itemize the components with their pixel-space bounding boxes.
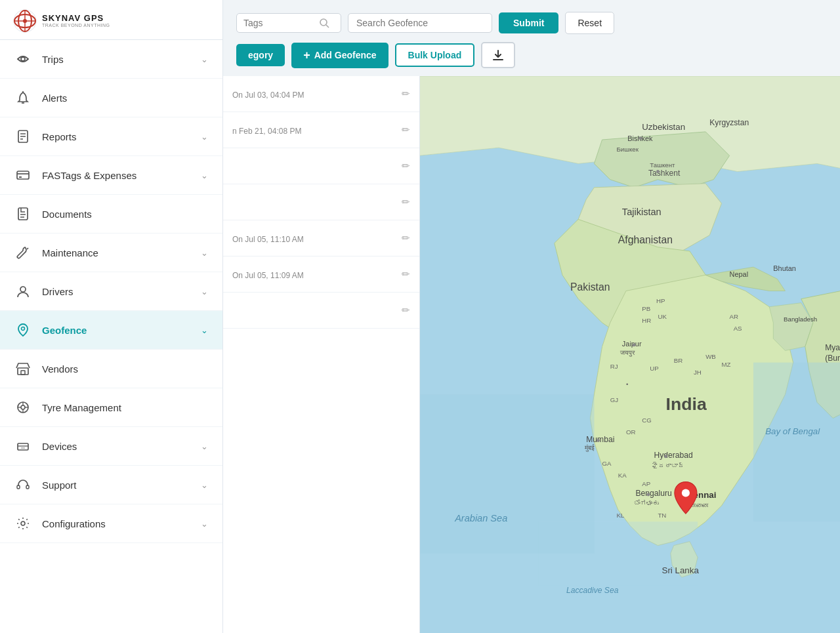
table-row[interactable]: ✏ [223, 148, 419, 184]
svg-rect-13 [17, 171, 29, 179]
fastags-chevron: ⌄ [201, 171, 208, 180]
svg-text:RJ: RJ [610, 363, 618, 370]
devices-icon [14, 438, 32, 455]
svg-point-20 [20, 287, 26, 292]
sidebar-item-reports[interactable]: Reports ⌄ [0, 117, 222, 156]
sidebar-item-tyre[interactable]: Tyre Management [0, 388, 222, 427]
geofence-search-container[interactable] [348, 13, 492, 33]
download-button[interactable] [481, 42, 515, 68]
documents-label: Documents [42, 209, 208, 220]
trips-label: Trips [42, 54, 190, 65]
support-label: Support [42, 480, 190, 491]
reset-button[interactable]: Reset [565, 12, 614, 34]
drivers-label: Drivers [42, 286, 190, 297]
svg-text:GA: GA [602, 460, 612, 467]
edit-icon-3[interactable]: ✏ [402, 160, 410, 172]
table-row[interactable]: n Feb 21, 04:08 PM ✏ [223, 112, 419, 148]
edit-icon-2[interactable]: ✏ [402, 124, 410, 136]
logo-area: SKYNAV GPS TRACK BEYOND ANYTHING [0, 0, 222, 40]
svg-point-35 [21, 521, 25, 525]
svg-point-64 [633, 344, 636, 347]
category-button[interactable]: egory [236, 44, 285, 66]
bulk-upload-button[interactable]: Bulk Upload [395, 43, 475, 67]
add-geofence-button[interactable]: + Add Geofence [291, 43, 388, 68]
maintenance-chevron: ⌄ [201, 248, 208, 258]
svg-line-37 [326, 25, 329, 28]
logo: SKYNAV GPS TRACK BEYOND ANYTHING [13, 9, 110, 33]
edit-icon-1[interactable]: ✏ [402, 88, 410, 100]
row-info-5: On Jul 05, 11:10 AM [232, 233, 304, 244]
svg-text:India: India [666, 394, 707, 414]
sidebar-item-support[interactable]: Support ⌄ [0, 466, 222, 504]
svg-text:Arabian Sea: Arabian Sea [454, 513, 507, 523]
svg-text:Hyderabad: Hyderabad [654, 451, 692, 460]
vendors-icon [14, 360, 32, 377]
map-panel[interactable]: Uzbekistan Kyrgyzstan Бишкек Bishkek Tas… [420, 76, 840, 633]
svg-text:(Burma): (Burma) [825, 354, 840, 363]
tags-input[interactable] [243, 18, 316, 28]
sidebar-item-maintenance[interactable]: Maintenance ⌄ [0, 234, 222, 272]
tags-search-container[interactable] [236, 13, 341, 33]
sidebar-item-alerts[interactable]: Alerts [0, 79, 222, 117]
sidebar-item-trips[interactable]: Trips ⌄ [0, 40, 222, 79]
download-icon [492, 49, 505, 62]
edit-icon-5[interactable]: ✏ [402, 232, 410, 244]
svg-text:Bangladesh: Bangladesh [784, 316, 817, 323]
svg-rect-32 [21, 447, 25, 449]
svg-text:AS: AS [734, 325, 742, 332]
table-row[interactable]: ✏ [223, 184, 419, 220]
logo-text: SKYNAV GPS TRACK BEYOND ANYTHING [42, 14, 110, 28]
table-row[interactable]: On Jul 03, 04:04 PM ✏ [223, 76, 419, 112]
svg-text:Bhutan: Bhutan [773, 264, 796, 272]
sidebar-item-drivers[interactable]: Drivers ⌄ [0, 272, 222, 311]
svg-text:GJ: GJ [610, 396, 619, 403]
geofence-chevron: ⌄ [201, 325, 208, 335]
alerts-label: Alerts [42, 92, 208, 104]
sidebar-item-configurations[interactable]: Configurations ⌄ [0, 504, 222, 543]
svg-text:जयपुर: जयपुर [620, 349, 635, 357]
svg-rect-30 [18, 443, 28, 450]
svg-point-50 [656, 170, 660, 173]
table-row[interactable]: ✏ [223, 293, 419, 329]
sidebar-item-vendors[interactable]: Vendors [0, 350, 222, 388]
geofence-search-input[interactable] [356, 18, 484, 28]
map-container[interactable]: Uzbekistan Kyrgyzstan Бишкек Bishkek Tas… [420, 76, 840, 633]
svg-line-19 [27, 248, 28, 249]
svg-rect-23 [21, 371, 25, 375]
svg-text:KL: KL [616, 512, 624, 519]
edit-icon-4[interactable]: ✏ [402, 196, 410, 208]
tyre-icon [14, 399, 32, 416]
svg-point-36 [320, 19, 327, 26]
svg-rect-15 [19, 176, 22, 178]
tyre-label: Tyre Management [42, 402, 208, 413]
svg-text:హైదరాబాద్: హైదరాబాద్ [652, 462, 684, 469]
svg-point-76 [682, 489, 690, 497]
table-row[interactable]: On Jul 05, 11:10 AM ✏ [223, 220, 419, 256]
edit-icon-7[interactable]: ✏ [402, 304, 410, 316]
trips-chevron: ⌄ [201, 54, 208, 64]
svg-point-6 [21, 57, 25, 61]
sidebar-item-fastags[interactable]: FASTags & Expenses ⌄ [0, 156, 222, 195]
main-content: Submit Reset egory + Add Geofence Bulk U… [223, 0, 840, 633]
edit-icon-6[interactable]: ✏ [402, 268, 410, 280]
sidebar-item-devices[interactable]: Devices ⌄ [0, 427, 222, 466]
sidebar-item-documents[interactable]: Documents [0, 195, 222, 234]
configurations-chevron: ⌄ [201, 519, 208, 529]
maintenance-icon [14, 244, 32, 261]
svg-text:UK: UK [658, 313, 667, 320]
svg-text:WB: WB [705, 353, 716, 360]
add-icon: + [303, 49, 310, 62]
svg-text:PB: PB [642, 305, 650, 312]
svg-text:Tashkent: Tashkent [648, 169, 681, 178]
submit-button[interactable]: Submit [499, 12, 558, 33]
svg-point-67 [597, 439, 600, 442]
table-row[interactable]: On Jul 05, 11:09 AM ✏ [223, 256, 419, 293]
svg-text:BR: BR [674, 357, 682, 364]
sidebar-item-geofence[interactable]: Geofence ⌄ [0, 311, 222, 350]
add-geofence-label: Add Geofence [314, 50, 377, 60]
svg-text:KA: KA [618, 472, 627, 479]
svg-point-70 [664, 455, 667, 458]
support-icon [14, 476, 32, 493]
svg-text:MZ: MZ [721, 361, 730, 368]
row-time-5: On Jul 05, 11:10 AM [232, 235, 304, 244]
